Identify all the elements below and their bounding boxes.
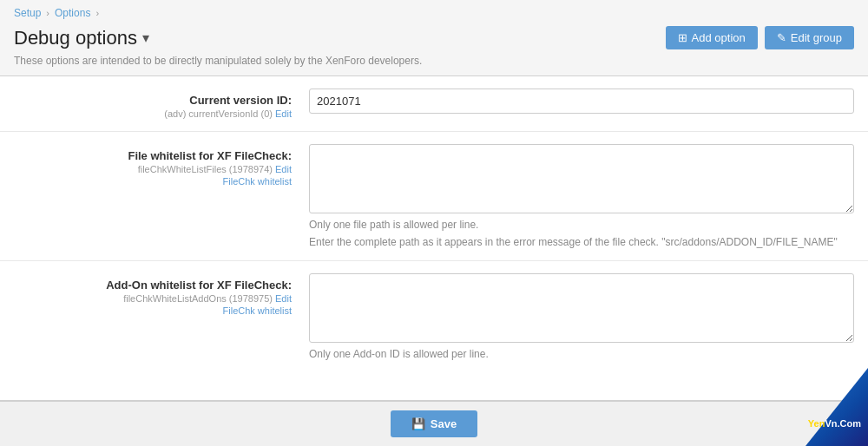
label-file-whitelist: File whitelist for XF FileCheck: (14, 149, 292, 162)
page-wrapper: Setup › Options › Debug options ▾ ⊞ Add … (0, 0, 868, 446)
label-addon-whitelist: Add-On whitelist for XF FileCheck: (14, 279, 292, 292)
breadcrumb-sep-1: › (46, 8, 49, 18)
extra-link-file-whitelist[interactable]: FileChk whitelist (14, 176, 292, 187)
textarea-file-whitelist[interactable] (309, 144, 854, 213)
hint-file-whitelist-2: Enter the complete path as it appears in… (309, 236, 854, 248)
edit-link-addon-whitelist[interactable]: Edit (275, 293, 292, 304)
edit-group-label: Edit group (791, 31, 842, 44)
page-subtitle: These options are intended to be directl… (0, 55, 868, 75)
edit-group-button[interactable]: ✎ Edit group (765, 26, 854, 49)
content-area: Current version ID: (adv) currentVersion… (0, 75, 868, 401)
form-row-file-whitelist: File whitelist for XF FileCheck: fileChk… (0, 132, 868, 261)
edit-link-version-id[interactable]: Edit (275, 108, 292, 119)
meta-version-id: (adv) currentVersionId (0) Edit (14, 108, 292, 119)
edit-group-icon: ✎ (777, 31, 786, 44)
save-label: Save (431, 417, 457, 430)
add-option-button[interactable]: ⊞ Add option (666, 26, 758, 49)
label-col-version-id: Current version ID: (adv) currentVersion… (14, 89, 309, 119)
label-col-file-whitelist: File whitelist for XF FileCheck: fileChk… (14, 144, 309, 187)
page-title-text: Debug options (14, 27, 137, 49)
breadcrumb-sep-2: › (95, 8, 99, 18)
page-header: Debug options ▾ ⊞ Add option ✎ Edit grou… (0, 23, 868, 55)
meta-version-id-text: (adv) currentVersionId (0) (164, 108, 273, 119)
page-footer: 💾 Save (0, 401, 868, 446)
form-row-version-id: Current version ID: (adv) currentVersion… (0, 76, 868, 132)
hint-file-whitelist-1: Only one file path is allowed per line. (309, 219, 854, 231)
control-col-file-whitelist: Only one file path is allowed per line. … (309, 144, 854, 248)
edit-link-file-whitelist[interactable]: Edit (275, 164, 292, 174)
extra-link-addon-whitelist[interactable]: FileChk whitelist (14, 305, 292, 316)
breadcrumb: Setup › Options › (0, 0, 868, 23)
label-version-id: Current version ID: (14, 94, 292, 107)
control-col-version-id (309, 89, 854, 114)
form-row-addon-whitelist: Add-On whitelist for XF FileCheck: fileC… (0, 261, 868, 372)
add-option-label: Add option (692, 31, 746, 44)
meta-file-whitelist-text: fileChkWhiteListFiles (1978974) (138, 164, 273, 174)
textarea-addon-whitelist[interactable] (309, 273, 854, 343)
control-col-addon-whitelist: Only one Add-on ID is allowed per line. (309, 273, 854, 360)
label-col-addon-whitelist: Add-On whitelist for XF FileCheck: fileC… (14, 273, 309, 316)
header-actions: ⊞ Add option ✎ Edit group (666, 26, 854, 49)
input-version-id[interactable] (309, 89, 854, 114)
page-title: Debug options ▾ (14, 27, 149, 49)
meta-addon-whitelist-text: fileChkWhiteListAddOns (1978975) (123, 293, 273, 304)
breadcrumb-options[interactable]: Options (55, 7, 90, 19)
breadcrumb-setup[interactable]: Setup (14, 7, 41, 19)
add-option-icon: ⊞ (678, 31, 687, 44)
meta-file-whitelist: fileChkWhiteListFiles (1978974) Edit Fil… (14, 164, 292, 187)
title-dropdown-icon[interactable]: ▾ (142, 30, 149, 46)
save-button[interactable]: 💾 Save (391, 410, 477, 437)
hint-addon-whitelist-1: Only one Add-on ID is allowed per line. (309, 348, 854, 360)
meta-addon-whitelist: fileChkWhiteListAddOns (1978975) Edit Fi… (14, 293, 292, 316)
save-icon: 💾 (411, 417, 425, 430)
